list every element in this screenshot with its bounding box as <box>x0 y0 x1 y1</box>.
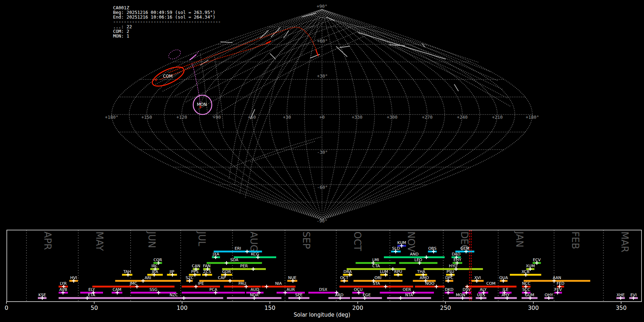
sporadic-meteor-segment <box>336 47 347 57</box>
shower-label: STA <box>373 281 380 286</box>
shower-peak-marker <box>425 255 428 259</box>
shower-label: ARI <box>145 275 151 280</box>
shower-label: ZCS <box>203 269 211 274</box>
latitude-label: -30° <box>317 150 328 155</box>
radiant-com: COM <box>150 63 186 90</box>
shower-label: PAU <box>239 281 247 286</box>
sporadic-meteor-segment <box>284 31 289 38</box>
shower-label: JMC <box>130 281 137 286</box>
shower-label: SDA <box>230 258 239 262</box>
shower-peak-marker <box>399 296 402 300</box>
longitude-label: +150 <box>141 114 152 120</box>
sporadic-trail-dotted <box>349 28 508 98</box>
shower-label: DKD <box>445 287 453 292</box>
shower-bar <box>199 280 244 282</box>
shower-label: COR <box>153 258 162 262</box>
radiant-cross-com <box>155 78 157 81</box>
sporadic-trail-dotted <box>199 31 358 109</box>
shower-label: GEM <box>460 246 469 251</box>
shower-label: SCC <box>522 287 531 292</box>
shower-label: AMO <box>420 275 429 280</box>
shower-label: NZC <box>170 293 178 297</box>
shower-peak-marker <box>265 285 268 288</box>
shower-label: THA <box>417 269 425 274</box>
longitude-label: +210 <box>492 114 503 120</box>
axis-tick-label: 150 <box>264 304 275 311</box>
shower-peak-marker <box>225 261 228 265</box>
shower-label: PER <box>240 264 248 268</box>
shower-label: COM <box>486 281 496 286</box>
shower-label: NTA <box>405 293 413 297</box>
radiant-mon: MON <box>193 95 212 114</box>
shower-label: AUR <box>287 287 295 292</box>
axis-tick-label: 350 <box>616 304 627 311</box>
shower-label: XVI <box>474 275 481 280</box>
month-label: SEP <box>301 231 312 249</box>
shower-label: DRA <box>343 269 352 274</box>
month-label: MAR <box>619 231 630 252</box>
x-axis: 050100150200250300350Solar longitude (de… <box>5 302 627 318</box>
sporadic-trail-dotted <box>229 14 322 179</box>
shower-label: DSX <box>319 287 327 292</box>
session-info-panel: CA001Z Beg: 20251216 00:49:59 (sol = 263… <box>113 5 221 38</box>
radiant-label-com: COM <box>163 74 172 79</box>
month-label: MAY <box>94 231 105 251</box>
shower-label: CAP <box>218 275 226 280</box>
shower-label: AHY <box>502 293 510 297</box>
shower-label: TAH <box>123 269 131 274</box>
shower-bar <box>352 297 382 299</box>
axis-tick-label: 0 <box>5 304 8 311</box>
month-label: NOV <box>406 231 416 252</box>
shower-label: JIP <box>169 269 174 274</box>
mon-meteor-segment <box>190 55 196 60</box>
shower-label: GUM <box>525 293 534 297</box>
shower-label: OCU <box>354 287 362 292</box>
shower-label: ETA <box>88 293 96 297</box>
longitude-label: +240 <box>457 114 468 120</box>
shower-label: EGE <box>363 293 371 297</box>
sporadic-trail-dotted <box>358 31 511 107</box>
shower-label: NCC <box>522 281 531 286</box>
month-label: JUN <box>146 231 157 248</box>
shower-bar <box>234 257 276 258</box>
longitude-label: +90 <box>213 114 221 120</box>
shower-label: OBS <box>428 246 436 251</box>
axis-tick-label: 250 <box>440 304 451 311</box>
latitude-label: +60° <box>317 38 328 44</box>
shower-label: LEO <box>414 258 422 262</box>
sporadic-trail-dotted <box>308 14 479 63</box>
sporadic-meteor-segment <box>271 28 280 37</box>
shower-label: IRC <box>151 264 158 268</box>
shower-bar <box>465 286 517 288</box>
shower-label: OER <box>403 287 411 292</box>
shower-label: ARD <box>335 293 343 297</box>
longitude-label: +120 <box>176 114 187 120</box>
sporadic-meteor-segment <box>340 46 350 48</box>
shower-label: LUM <box>380 269 388 274</box>
shower-label: SPE <box>295 293 303 297</box>
sporadic-trail-dotted <box>229 137 322 168</box>
shower-bar <box>449 297 472 299</box>
sporadic-meteor-segment <box>260 30 268 38</box>
shower-bar <box>92 286 175 288</box>
shower-label: NOO <box>425 281 435 286</box>
count-mon: MON: 1 <box>113 33 129 39</box>
shower-label: AND <box>410 252 419 257</box>
shower-bar <box>125 297 223 299</box>
longitude-label: +30 <box>283 114 291 120</box>
shower-label: IPE <box>198 281 204 286</box>
shower-bar <box>308 292 338 294</box>
shower-bar <box>115 280 181 282</box>
latitude-label: +30° <box>317 73 328 79</box>
longitude-label: +300 <box>387 114 397 120</box>
shower-bar <box>415 286 445 288</box>
sporadic-trail-dotted <box>240 15 326 193</box>
shower-peak-marker <box>228 279 232 283</box>
shower-label: CTA <box>372 264 380 268</box>
shower-label: JLE <box>502 287 508 292</box>
longitude-label: +270 <box>422 114 433 120</box>
shower-bar <box>182 292 245 294</box>
shower-label: AUD <box>250 287 259 292</box>
shower-peak-marker <box>435 285 438 288</box>
mon-meteor-trail-dotted <box>197 50 199 53</box>
